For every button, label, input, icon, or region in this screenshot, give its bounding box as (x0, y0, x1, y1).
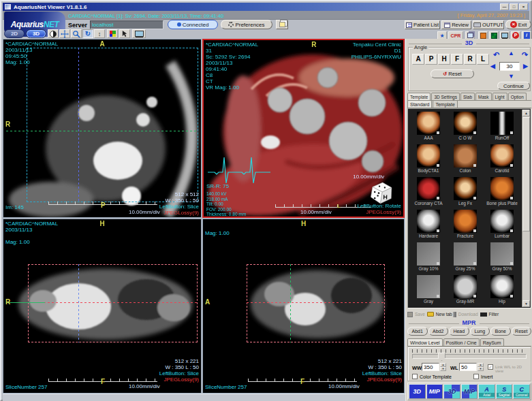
new-tab-label[interactable]: New tab (436, 312, 452, 317)
angle-button-p[interactable]: P (425, 54, 437, 65)
tab-window-level[interactable]: Window Level (407, 338, 443, 346)
preset-lung[interactable]: Lung (470, 327, 490, 336)
preferences-button[interactable]: Preferences (221, 20, 272, 29)
axial-plane-line[interactable] (247, 302, 385, 303)
template-item[interactable]: Fracture (447, 209, 484, 242)
template-item[interactable]: Colon (447, 144, 484, 176)
template-item[interactable]: C O W (447, 111, 484, 144)
template-item[interactable]: Leg Fx (447, 176, 484, 209)
view-3d-quad-button[interactable]: 3D (443, 384, 460, 399)
binoculars-icon[interactable] (480, 312, 487, 317)
view-sagittal-button[interactable]: S Sagittal (496, 384, 513, 399)
server-input[interactable] (90, 20, 163, 29)
save-icon[interactable] (407, 312, 413, 317)
mode-2d-button[interactable]: 2D (4, 29, 25, 38)
pin-icon[interactable] (454, 312, 456, 317)
preset-abd1[interactable]: Abd1 (407, 327, 428, 336)
template-item[interactable]: Gray 50% (484, 242, 520, 274)
sagittal-plane-line[interactable] (78, 264, 79, 342)
contrast-tool-button[interactable] (48, 29, 59, 38)
patient-list-button[interactable]: Patient List (405, 20, 440, 29)
tab-raysum[interactable]: RaySum (480, 338, 504, 346)
scroll-down-button[interactable]: ▼ (522, 300, 530, 307)
preset-reset[interactable]: Reset (512, 327, 532, 336)
view-mip-button[interactable]: MIP (426, 384, 443, 399)
viewport-axial[interactable]: *CARDIAC^NORMAL 2003/11/13 09:45:50 Mag:… (3, 39, 202, 218)
angle-button-f[interactable]: F (451, 54, 463, 65)
angle-button-a[interactable]: A (412, 54, 424, 65)
display-layout-button[interactable] (132, 29, 146, 38)
tab-option[interactable]: Option (508, 93, 527, 100)
template-item[interactable]: Hardware (410, 209, 447, 242)
tab-light[interactable]: Light (492, 93, 507, 100)
template-item[interactable]: Gray 25% (447, 242, 484, 274)
zoom-tool-button[interactable] (71, 29, 82, 38)
template-item[interactable]: Bone plus Plate (484, 176, 520, 209)
link-wl-checkbox[interactable]: ✓ (488, 364, 493, 370)
rotate-ccw-button[interactable]: ↶ (493, 50, 499, 59)
rotate-cw-button[interactable]: ↷ (522, 50, 528, 59)
template-item[interactable]: Gray (410, 274, 447, 307)
angle-button-h[interactable]: H (438, 54, 450, 65)
template-item[interactable]: Coronary CTA (410, 176, 447, 209)
pointer-tool-button[interactable] (119, 29, 130, 38)
template-item[interactable]: RunOff (484, 111, 520, 144)
preset-abd2[interactable]: Abd2 (428, 327, 449, 336)
folder-icon[interactable] (427, 312, 434, 317)
viewport-3d-vr[interactable]: *CARDIAC^NORMAL 31 Sc: 5292 Sv: 2694 200… (202, 39, 405, 218)
sagittal-plane-line[interactable] (78, 48, 79, 202)
wl-input[interactable] (459, 363, 477, 371)
review-button[interactable]: Review (441, 20, 471, 29)
filter-label[interactable]: Filter (489, 312, 499, 317)
rotate-right-button[interactable]: ▶ (523, 63, 528, 69)
view-coronal-button[interactable]: C Coronal (513, 384, 530, 399)
template-item[interactable]: Gray-MR (447, 274, 484, 307)
template-item[interactable]: Lumbar (484, 209, 520, 242)
angle-reset-button[interactable]: ↺ Reset (431, 69, 474, 78)
scrollbar-thumb[interactable] (522, 117, 530, 231)
template-item[interactable]: BodyCTA1 (410, 144, 447, 176)
view-mip-quad-button[interactable]: MIP (461, 384, 478, 399)
coronal-plane-line[interactable] (290, 264, 291, 342)
view-axial-button[interactable]: A Axial (478, 384, 495, 399)
tab-position-cine[interactable]: Position / Cine (443, 338, 480, 346)
tab-template[interactable]: Template (407, 93, 431, 100)
color-template-checkbox[interactable] (412, 374, 418, 379)
color-template-button[interactable] (107, 29, 118, 38)
copy-layout-button[interactable] (276, 20, 288, 29)
subtab-standard[interactable]: Standard (407, 100, 432, 108)
slice-scroll-button[interactable]: ↕ (94, 29, 105, 38)
mode-3d-button[interactable]: 3D (26, 29, 46, 38)
template-item[interactable]: Gray 10% (410, 242, 447, 274)
window-level-slider[interactable] (412, 354, 527, 359)
gallery-scrollbar[interactable]: ▲ ▼ (522, 110, 530, 307)
continue-button[interactable]: Continue (497, 82, 530, 90)
angle-step-input[interactable] (499, 62, 520, 71)
preset-bone[interactable]: Bone (490, 327, 511, 336)
rotate-tool-button[interactable]: ↻ (82, 29, 93, 38)
template-item[interactable]: Carotid (484, 144, 520, 176)
maximize-button[interactable]: □ (510, 3, 518, 10)
close-button[interactable]: × (519, 3, 528, 10)
view-3d-button[interactable]: 3D (409, 384, 426, 399)
tab-mask[interactable]: Mask (475, 93, 492, 100)
connected-button[interactable]: Connected (168, 20, 218, 29)
rotate-down-button[interactable]: ▼ (508, 73, 514, 80)
minimize-button[interactable]: — (500, 3, 509, 10)
viewport-sagittal[interactable]: Mag: 1.00 H A SliceNumber 257 F 10.00mm/… (202, 219, 405, 394)
tab-slab[interactable]: Slab (460, 93, 475, 100)
wl-spinner[interactable]: ▲▼ (478, 363, 484, 371)
rotate-up-button[interactable]: ▲ (508, 50, 514, 57)
output-button[interactable]: OUTPUT (473, 20, 504, 29)
template-item[interactable]: AAA (410, 111, 447, 144)
invert-checkbox[interactable] (473, 374, 479, 379)
rotate-left-button[interactable]: ◀ (490, 63, 495, 69)
template-item[interactable]: Hip (484, 274, 520, 307)
angle-button-l[interactable]: L (477, 54, 489, 65)
pan-tool-button[interactable] (59, 29, 70, 38)
viewport-coronal[interactable]: *CARDIAC^NORMAL 2003/11/13 Mag: 1.00 H R… (3, 219, 202, 394)
coronal-plane-line[interactable] (6, 131, 198, 131)
tab-3d-settings[interactable]: 3D Settings (431, 93, 460, 100)
scroll-up-button[interactable]: ▲ (522, 110, 530, 116)
ww-input[interactable] (422, 363, 439, 371)
